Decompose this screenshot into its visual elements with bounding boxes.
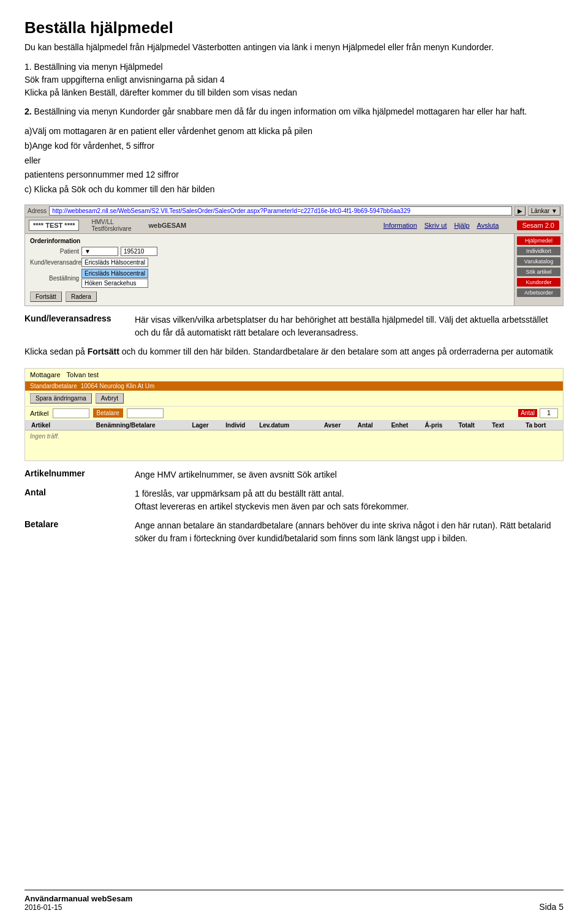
bestallning-val1[interactable]: Ericsläds Hälsocentral: [81, 269, 148, 278]
footer-page: Sida 5: [539, 902, 564, 912]
fortsatt-section: Klicka sedan på Fortsätt och du kommer t…: [24, 345, 564, 358]
go-btn[interactable]: ▶: [514, 206, 526, 216]
nav-skriv-ut[interactable]: Skriv ut: [424, 222, 447, 229]
kund-info-section: Kund/leveransadress Här visas vilken/vil…: [24, 314, 564, 339]
standardbetalare-row: Standardbetalare 10064 Neurolog Klin At …: [25, 381, 563, 391]
sidebar-varukatalog[interactable]: Varukatalog: [517, 257, 560, 266]
kund-label: Kund/leveransadress: [30, 259, 79, 266]
ingen-traff: Ingen träff.: [25, 430, 563, 442]
step-eller: eller: [24, 154, 564, 168]
th-tabort: Ta bort: [524, 422, 558, 429]
links-btn[interactable]: Länkar ▼: [528, 206, 560, 216]
order-info-label: Orderinformation: [30, 238, 509, 244]
section-2-text: 2. Beställning via menyn Kundorder går s…: [24, 105, 564, 118]
page-title: Beställa hjälpmedel: [24, 18, 564, 37]
nav-subsystem: Testförskrivare: [91, 225, 131, 232]
footer-date: 2016-01-15: [24, 903, 132, 912]
footer-left: Användarmanual webSesam 2016-01-15: [24, 894, 132, 912]
betalare-section-text: Ange annan betalare än standardbetalare …: [135, 519, 564, 545]
step-c: c) Klicka på Sök och du kommer till den …: [24, 182, 564, 197]
spara-button[interactable]: Spara ändringarna: [30, 393, 92, 404]
th-levdatum: Lev.datum: [258, 422, 323, 429]
artikel-field[interactable]: [53, 408, 89, 418]
kund-row: Kund/leveransadress Ericsläds Hälsocentr…: [30, 258, 509, 267]
th-enhet: Enhet: [390, 422, 424, 429]
intro-text: Du kan beställa hjälpmedel från Hjälpmed…: [24, 42, 564, 52]
betalare-button[interactable]: Betalare: [93, 408, 123, 418]
screenshot-box: Adress http://webbesam2.nll.se/WebSesam/…: [24, 205, 564, 306]
fortsatt-button[interactable]: Fortsätt: [30, 291, 62, 302]
artikelnummer-section: Artikelnummer Ange HMV artikelnummer, se…: [24, 468, 564, 481]
antal-group: Antal 1: [518, 408, 558, 418]
sidebar-arbetsorder[interactable]: Arbetsorder: [517, 288, 560, 297]
antal-input[interactable]: 1: [540, 408, 558, 418]
betalare-section-label: Betalare: [24, 519, 123, 545]
th-individ: Individ: [224, 422, 258, 429]
nav-hjalp[interactable]: Hjälp: [454, 222, 469, 229]
antal-section: Antal 1 föreslås, var uppmärksam på att …: [24, 487, 564, 513]
kund-value[interactable]: Ericsläds Hälsocentral: [81, 258, 148, 267]
steps-block: a)Välj om mottagaren är en patient eller…: [24, 124, 564, 197]
th-benamning: Benämning/Betalare: [95, 422, 191, 429]
ss-sidebar: Hjälpmedel Individkort Varukatalog Sök a…: [514, 234, 563, 306]
betalare-field[interactable]: [127, 408, 164, 418]
betalare-section: Betalare Ange annan betalare än standard…: [24, 519, 564, 545]
standardbetalare-label: Standardbetalare: [30, 383, 77, 389]
nav-avsluta[interactable]: Avsluta: [477, 222, 499, 229]
section-1: 1. Beställning via menyn Hjälpmedel Sök …: [24, 61, 564, 99]
page-content: Beställa hjälpmedel Du kan beställa hjäl…: [0, 0, 588, 600]
kund-info-text: Här visas vilken/vilka arbetsplatser du …: [135, 314, 564, 339]
step-b2: patientens personnummer med 12 siffror: [24, 168, 564, 182]
webgesam-label: webGESAM: [149, 222, 187, 229]
avbryt-button[interactable]: Avbryt: [96, 393, 124, 404]
mottagare-value: Tolvan test: [67, 371, 99, 378]
sidebar-kundorder[interactable]: Kundorder: [517, 278, 560, 287]
antal-section-label: Antal: [24, 487, 123, 513]
step-a: a)Välj om mottagaren är en patient eller…: [24, 124, 564, 139]
address-label: Adress: [28, 208, 47, 214]
th-artikel: Artikel: [30, 422, 95, 429]
sesam-logo: Sesam 2.0: [517, 220, 559, 230]
th-apris: Á-pris: [424, 422, 458, 429]
artikel-label: Artikel: [30, 410, 49, 417]
bestallning-label: Beställning: [30, 275, 79, 282]
table-header: Artikel Benämning/Betalare Lager Individ…: [25, 421, 563, 430]
sidebar-hjalp[interactable]: Hjälpmedel: [517, 236, 560, 245]
mottagare-row: Mottagare Tolvan test: [25, 369, 563, 381]
standardbetalare-value: 10064 Neurolog Klin At Um: [81, 383, 155, 389]
fortsatt-intro: Klicka sedan på Fortsätt och du kommer t…: [24, 345, 564, 358]
patient-select[interactable]: ▼: [81, 247, 118, 256]
artikelnummer-label: Artikelnummer: [24, 468, 123, 481]
yellow-order-form: Mottagare Tolvan test Standardbetalare 1…: [24, 368, 564, 461]
article-input-row: Artikel Betalare Antal 1: [25, 407, 563, 421]
step-b: b)Ange kod för vårdenhet, 5 siffror: [24, 139, 564, 154]
th-totalt: Totalt: [457, 422, 491, 429]
th-antal: Antal: [356, 422, 390, 429]
th-text: Text: [491, 422, 524, 429]
bestallning-val2[interactable]: Höken Serackehus: [81, 279, 148, 288]
th-lager: Lager: [190, 422, 224, 429]
sidebar-sok-artikel[interactable]: Sök artikel: [517, 268, 560, 276]
ss-form-buttons: Fortsätt Radera: [30, 291, 509, 302]
nav-logo: **** TEST ****: [29, 220, 79, 231]
sidebar-individkort[interactable]: Individkort: [517, 247, 560, 255]
patient-id[interactable]: 195210: [121, 247, 157, 256]
yb-actions-row: Spara ändringarna Avbryt: [25, 391, 563, 407]
page-footer: Användarmanual webSesam 2016-01-15 Sida …: [24, 890, 564, 912]
kund-info-label: Kund/leveransadress: [24, 314, 123, 339]
section-1-number: 1. Beställning via menyn Hjälpmedel Sök …: [24, 61, 564, 99]
nav-information[interactable]: Information: [383, 222, 417, 229]
mottagare-label: Mottagare: [30, 371, 61, 378]
antal-section-text: 1 föreslås, var uppmärksam på att du bes…: [135, 487, 409, 513]
ss-body: Orderinformation Patient ▼ 195210 Kund/l…: [25, 234, 563, 306]
nav-system: HMV/LL: [91, 219, 131, 225]
radera-button[interactable]: Radera: [66, 291, 97, 302]
nav-links: Information Skriv ut Hjälp Avsluta: [383, 222, 499, 229]
section-2: 2. Beställning via menyn Kundorder går s…: [24, 105, 564, 118]
address-url[interactable]: http://webbesam2.nll.se/WebSesam/S2.Vll.…: [49, 206, 512, 216]
th-avser: Avser: [323, 422, 356, 429]
address-bar: Adress http://webbesam2.nll.se/WebSesam/…: [25, 205, 563, 217]
patient-row: Patient ▼ 195210: [30, 247, 509, 256]
nav-bar: **** TEST **** HMV/LL Testförskrivare we…: [25, 217, 563, 234]
footer-title: Användarmanual webSesam: [24, 894, 132, 903]
